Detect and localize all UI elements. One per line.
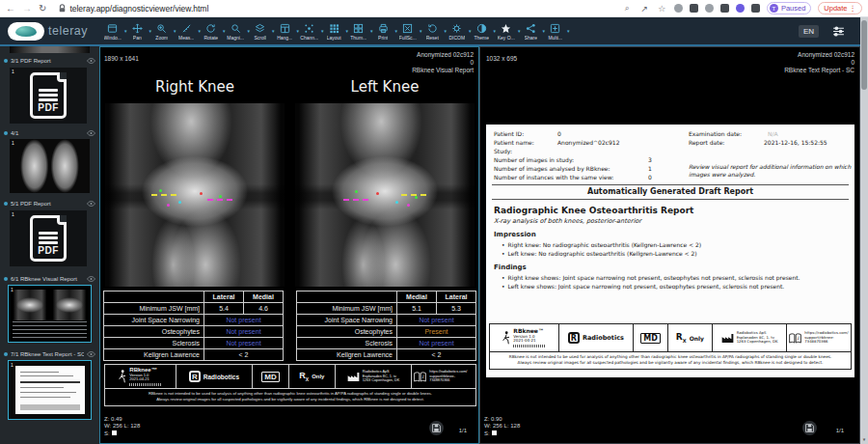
extension-icon[interactable] xyxy=(736,4,745,13)
extension-icon[interactable] xyxy=(705,4,714,13)
eye-icon[interactable] xyxy=(87,58,95,64)
factory-icon xyxy=(347,372,360,382)
scrollbar-thumb[interactable] xyxy=(861,20,867,90)
language-button[interactable]: EN xyxy=(799,25,819,38)
theme-contrast-icon xyxy=(476,23,487,34)
series-dot xyxy=(4,59,8,63)
impression-title: Impression xyxy=(494,231,536,238)
landmark-dot xyxy=(355,190,358,193)
eye-icon[interactable] xyxy=(87,130,95,136)
eye-icon[interactable] xyxy=(87,201,95,207)
tool-zoom[interactable]: Zoom▾ xyxy=(149,23,175,41)
paused-label: Paused xyxy=(781,4,805,13)
left-knee-table: MedialLateral Minimum JSW [mm]5.15.3 Joi… xyxy=(296,291,476,361)
menu-dots-icon: ⋮ xyxy=(850,4,857,13)
share-page-icon[interactable]: ↗ xyxy=(639,3,650,14)
sidebar-item-visual-report-6[interactable]: 6/1 RBknee Visual Report xyxy=(4,274,95,284)
floppy-icon xyxy=(805,424,814,432)
save-image-button[interactable] xyxy=(429,421,444,435)
thumbnail-xray[interactable]: 1 xyxy=(10,139,90,193)
right-knee-title: Right Knee xyxy=(104,78,285,103)
extension-icon[interactable] xyxy=(720,4,729,13)
tool-magnify[interactable]: Magni...▾ xyxy=(224,23,249,41)
tool-dicom[interactable]: DICOM▾ xyxy=(445,23,470,41)
gear-icon xyxy=(451,23,462,34)
floppy-icon xyxy=(432,424,441,432)
teleray-logo-text: teleray xyxy=(48,24,88,38)
thumbnail-pdf[interactable]: 1 PDF xyxy=(10,210,87,266)
eye-icon[interactable] xyxy=(87,276,95,282)
tool-scroll[interactable]: Scroll▾ xyxy=(248,23,273,41)
overlay-bottom-left: Z: 0.90 W: 256 L: 128 S: xyxy=(484,416,520,438)
thumbnail-visual-report[interactable]: 1 xyxy=(8,285,92,343)
update-button[interactable]: Update ⋮ xyxy=(818,2,862,14)
settings-sliders-icon[interactable] xyxy=(832,26,845,37)
landmark-dot xyxy=(395,201,398,204)
thumbnail-text-report[interactable]: 1 xyxy=(8,360,92,420)
tool-rotate[interactable]: Rotate▾ xyxy=(199,23,224,41)
bookmark-star-icon[interactable]: ☆ xyxy=(657,3,667,14)
jsw-marker-yellow xyxy=(151,194,176,196)
factory-icon xyxy=(721,333,734,344)
partial-thumbnail[interactable] xyxy=(10,46,90,53)
magnifier-icon xyxy=(231,23,241,34)
jsw-marker-yellow xyxy=(401,194,426,196)
refresh-icon[interactable]: ↻ xyxy=(39,4,46,14)
page-scrollbar[interactable]: ▾ xyxy=(860,17,868,444)
back-icon[interactable]: ← xyxy=(6,4,15,14)
thumbnail-pdf[interactable]: 1 PDF xyxy=(10,68,87,124)
findings-title: Findings xyxy=(494,264,527,271)
tool-layout[interactable]: Layout▾ xyxy=(322,23,347,41)
teleray-logo: teleray xyxy=(0,22,100,41)
tool-print[interactable]: Print▾ xyxy=(371,23,396,41)
mini-table-lines xyxy=(13,321,87,339)
extension-icon[interactable] xyxy=(690,4,698,13)
tool-pan[interactable]: Pan▾ xyxy=(125,23,150,41)
tool-multi-monitor[interactable]: Multi...▾ xyxy=(543,23,568,41)
sidebar-item-text-report-7[interactable]: 7/1 RBknee Text Report - SC xyxy=(4,349,95,359)
puzzle-extensions-icon[interactable] xyxy=(751,4,760,13)
tool-thumbnails[interactable]: Thum...▾ xyxy=(346,23,371,41)
scroll-down-icon[interactable]: ▾ xyxy=(860,436,868,442)
visual-report-footer: RBknee™Version 1.02021-04-21 R Radioboti… xyxy=(104,364,476,406)
series-dot xyxy=(4,202,8,206)
report-subheading: X-ray analysis of both knees, posterior-… xyxy=(494,217,641,225)
browser-chrome: ← → ↻ teleray.app/diagnosticviewer/view.… xyxy=(0,0,868,17)
series-progress-square xyxy=(112,430,117,435)
forward-icon[interactable]: → xyxy=(22,4,32,14)
sidebar-item-xray-4[interactable]: 4/1 xyxy=(4,128,95,138)
md-mark: MD xyxy=(261,372,279,382)
profile-paused-pill[interactable]: T Paused xyxy=(767,2,811,14)
divider xyxy=(492,199,849,200)
rbknee-figure-icon xyxy=(118,370,126,383)
report-heading: Radiographic Knee Osteoarthritis Report xyxy=(494,206,693,215)
page-indicator: 1/1 xyxy=(459,428,467,433)
tool-share[interactable]: Share▾ xyxy=(519,23,544,41)
save-image-button[interactable] xyxy=(802,421,817,435)
tool-reset[interactable]: Reset▾ xyxy=(420,23,446,41)
extension-icon[interactable] xyxy=(674,4,683,13)
tool-theme[interactable]: Theme▾ xyxy=(470,23,495,41)
tool-channels[interactable]: Chann...▾ xyxy=(297,23,322,41)
tool-fullscreen[interactable]: FullSc...▾ xyxy=(395,23,420,41)
tool-hanging-protocol[interactable]: Hang...▾ xyxy=(273,23,298,41)
divider xyxy=(492,184,849,185)
share-icon xyxy=(526,23,536,34)
tool-window-level[interactable]: Windo...▾ xyxy=(100,23,125,41)
overlay-bottom-left: Z: 0.49 W: 256 L: 128 S: xyxy=(104,416,140,438)
sidebar-item-pdf-report-3[interactable]: 3/1 PDF Report xyxy=(4,56,95,66)
manual-book-icon: i xyxy=(414,372,426,382)
viewport-visual-report[interactable]: 1890 x 1641 Anonymized 02c912 0 RBknee V… xyxy=(99,46,479,444)
search-icon[interactable]: ⌕ xyxy=(622,3,633,14)
fullscreen-icon xyxy=(402,23,413,34)
teleray-logo-icon xyxy=(8,22,44,41)
tool-key-objects[interactable]: Key O...▾ xyxy=(494,23,519,41)
landmark-dot xyxy=(167,204,170,207)
sidebar-item-pdf-report-5[interactable]: 5/1 PDF Report xyxy=(4,199,95,208)
channels-icon xyxy=(304,23,314,34)
address-bar[interactable]: teleray.app/diagnosticviewer/view.html xyxy=(59,4,208,14)
landmark-dot xyxy=(159,189,162,192)
eye-icon[interactable] xyxy=(87,351,95,357)
tool-measure[interactable]: Meas...▾ xyxy=(175,23,200,41)
viewport-text-report[interactable]: 1032 x 695 Anonymized 02c912 0 RBknee Te… xyxy=(479,46,860,444)
